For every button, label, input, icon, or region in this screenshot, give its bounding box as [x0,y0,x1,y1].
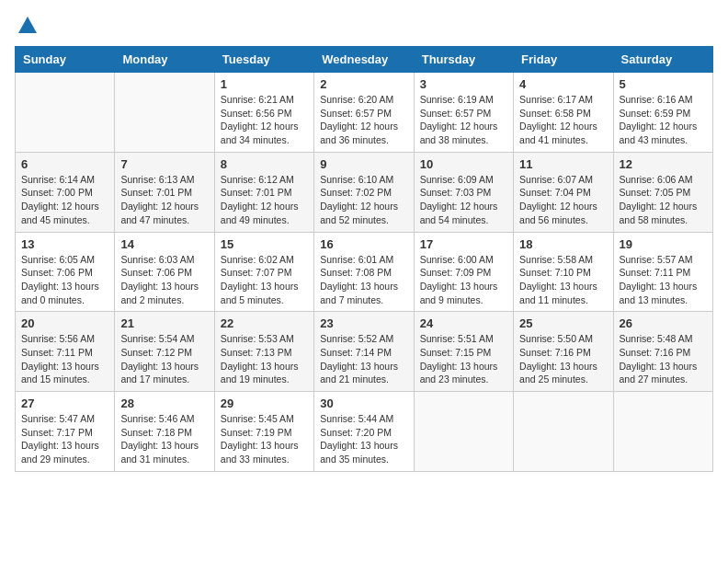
day-number: 25 [519,316,607,330]
day-info: Sunrise: 6:07 AMSunset: 7:04 PMDaylight:… [519,173,607,227]
day-info: Sunrise: 5:58 AMSunset: 7:10 PMDaylight:… [519,253,607,307]
day-info: Sunrise: 5:47 AMSunset: 7:17 PMDaylight:… [21,412,108,466]
day-info: Sunrise: 5:53 AMSunset: 7:13 PMDaylight:… [221,332,308,386]
day-info: Sunrise: 6:20 AMSunset: 6:57 PMDaylight:… [320,93,407,147]
day-info: Sunrise: 6:21 AMSunset: 6:56 PMDaylight:… [221,93,308,147]
day-number: 14 [120,237,208,251]
day-info: Sunrise: 5:51 AMSunset: 7:15 PMDaylight:… [420,332,507,386]
calendar-cell: 12Sunrise: 6:06 AMSunset: 7:05 PMDayligh… [613,152,712,232]
day-number: 17 [420,237,507,251]
calendar-cell: 16Sunrise: 6:01 AMSunset: 7:08 PMDayligh… [314,232,414,312]
calendar-week-1: 1Sunrise: 6:21 AMSunset: 6:56 PMDaylight… [16,73,713,153]
day-number: 16 [320,237,407,251]
day-number: 5 [620,77,707,91]
day-number: 22 [221,316,308,330]
day-info: Sunrise: 6:12 AMSunset: 7:01 PMDaylight:… [221,173,308,227]
calendar: SundayMondayTuesdayWednesdayThursdayFrid… [15,46,713,472]
weekday-header-row: SundayMondayTuesdayWednesdayThursdayFrid… [16,47,713,73]
day-info: Sunrise: 5:52 AMSunset: 7:14 PMDaylight:… [320,332,407,386]
day-number: 8 [221,157,308,171]
day-number: 26 [620,316,707,330]
weekday-header-sunday: Sunday [16,47,115,73]
calendar-cell: 27Sunrise: 5:47 AMSunset: 7:17 PMDayligh… [16,392,115,472]
day-info: Sunrise: 6:19 AMSunset: 6:57 PMDaylight:… [420,93,507,147]
day-info: Sunrise: 5:45 AMSunset: 7:19 PMDaylight:… [221,412,308,466]
calendar-cell: 7Sunrise: 6:13 AMSunset: 7:01 PMDaylight… [115,152,214,232]
logo [15,15,39,37]
day-info: Sunrise: 5:44 AMSunset: 7:20 PMDaylight:… [320,412,407,466]
calendar-cell: 14Sunrise: 6:03 AMSunset: 7:06 PMDayligh… [115,232,214,312]
calendar-cell: 8Sunrise: 6:12 AMSunset: 7:01 PMDaylight… [214,152,313,232]
calendar-cell: 25Sunrise: 5:50 AMSunset: 7:16 PMDayligh… [514,312,613,392]
day-info: Sunrise: 6:03 AMSunset: 7:06 PMDaylight:… [120,253,208,307]
day-info: Sunrise: 6:13 AMSunset: 7:01 PMDaylight:… [120,173,208,227]
day-number: 30 [320,396,407,410]
calendar-cell: 21Sunrise: 5:54 AMSunset: 7:12 PMDayligh… [115,312,214,392]
day-number: 23 [320,316,407,330]
day-number: 28 [120,396,208,410]
calendar-cell: 10Sunrise: 6:09 AMSunset: 7:03 PMDayligh… [414,152,513,232]
calendar-cell: 29Sunrise: 5:45 AMSunset: 7:19 PMDayligh… [214,392,313,472]
calendar-cell [613,392,712,472]
svg-marker-0 [18,17,37,33]
weekday-header-wednesday: Wednesday [314,47,414,73]
day-number: 4 [519,77,607,91]
day-number: 24 [420,316,507,330]
day-number: 11 [519,157,607,171]
weekday-header-tuesday: Tuesday [214,47,313,73]
day-number: 9 [320,157,407,171]
day-number: 2 [320,77,407,91]
calendar-cell: 30Sunrise: 5:44 AMSunset: 7:20 PMDayligh… [314,392,414,472]
day-info: Sunrise: 6:02 AMSunset: 7:07 PMDaylight:… [221,253,308,307]
calendar-cell [514,392,613,472]
day-number: 19 [620,237,707,251]
calendar-cell: 26Sunrise: 5:48 AMSunset: 7:16 PMDayligh… [613,312,712,392]
day-number: 21 [120,316,208,330]
day-info: Sunrise: 5:46 AMSunset: 7:18 PMDaylight:… [120,412,208,466]
weekday-header-friday: Friday [514,47,613,73]
day-info: Sunrise: 6:06 AMSunset: 7:05 PMDaylight:… [620,173,707,227]
day-number: 15 [221,237,308,251]
day-info: Sunrise: 6:16 AMSunset: 6:59 PMDaylight:… [620,93,707,147]
day-info: Sunrise: 6:17 AMSunset: 6:58 PMDaylight:… [519,93,607,147]
logo-icon [17,15,39,37]
day-info: Sunrise: 6:01 AMSunset: 7:08 PMDaylight:… [320,253,407,307]
day-number: 27 [21,396,108,410]
day-info: Sunrise: 5:48 AMSunset: 7:16 PMDaylight:… [620,332,707,386]
calendar-cell [414,392,513,472]
calendar-week-3: 13Sunrise: 6:05 AMSunset: 7:06 PMDayligh… [16,232,713,312]
day-info: Sunrise: 6:10 AMSunset: 7:02 PMDaylight:… [320,173,407,227]
weekday-header-thursday: Thursday [414,47,513,73]
calendar-cell: 1Sunrise: 6:21 AMSunset: 6:56 PMDaylight… [214,73,313,153]
day-info: Sunrise: 6:05 AMSunset: 7:06 PMDaylight:… [21,253,108,307]
header [15,15,713,37]
calendar-week-2: 6Sunrise: 6:14 AMSunset: 7:00 PMDaylight… [16,152,713,232]
day-number: 3 [420,77,507,91]
calendar-cell: 18Sunrise: 5:58 AMSunset: 7:10 PMDayligh… [514,232,613,312]
calendar-cell: 3Sunrise: 6:19 AMSunset: 6:57 PMDaylight… [414,73,513,153]
day-number: 1 [221,77,308,91]
calendar-cell: 24Sunrise: 5:51 AMSunset: 7:15 PMDayligh… [414,312,513,392]
calendar-cell: 4Sunrise: 6:17 AMSunset: 6:58 PMDaylight… [514,73,613,153]
day-info: Sunrise: 5:57 AMSunset: 7:11 PMDaylight:… [620,253,707,307]
calendar-week-4: 20Sunrise: 5:56 AMSunset: 7:11 PMDayligh… [16,312,713,392]
day-number: 7 [120,157,208,171]
calendar-cell: 20Sunrise: 5:56 AMSunset: 7:11 PMDayligh… [16,312,115,392]
day-info: Sunrise: 6:09 AMSunset: 7:03 PMDaylight:… [420,173,507,227]
calendar-cell [115,73,214,153]
calendar-cell: 23Sunrise: 5:52 AMSunset: 7:14 PMDayligh… [314,312,414,392]
weekday-header-monday: Monday [115,47,214,73]
day-number: 13 [21,237,108,251]
calendar-cell: 13Sunrise: 6:05 AMSunset: 7:06 PMDayligh… [16,232,115,312]
calendar-cell: 6Sunrise: 6:14 AMSunset: 7:00 PMDaylight… [16,152,115,232]
day-number: 10 [420,157,507,171]
day-info: Sunrise: 6:00 AMSunset: 7:09 PMDaylight:… [420,253,507,307]
calendar-cell: 2Sunrise: 6:20 AMSunset: 6:57 PMDaylight… [314,73,414,153]
day-number: 29 [221,396,308,410]
day-info: Sunrise: 5:54 AMSunset: 7:12 PMDaylight:… [120,332,208,386]
calendar-cell [16,73,115,153]
day-info: Sunrise: 5:50 AMSunset: 7:16 PMDaylight:… [519,332,607,386]
calendar-cell: 5Sunrise: 6:16 AMSunset: 6:59 PMDaylight… [613,73,712,153]
calendar-cell: 9Sunrise: 6:10 AMSunset: 7:02 PMDaylight… [314,152,414,232]
calendar-cell: 22Sunrise: 5:53 AMSunset: 7:13 PMDayligh… [214,312,313,392]
